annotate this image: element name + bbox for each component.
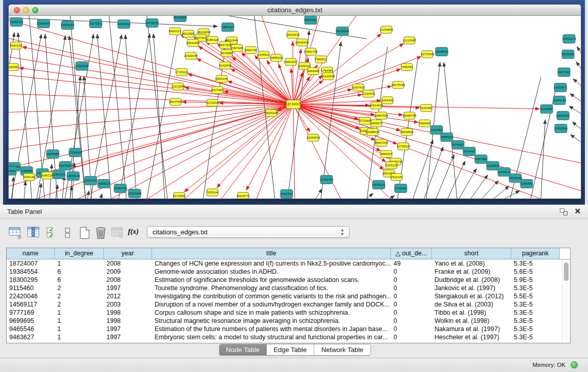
float-window-icon[interactable] <box>560 208 568 215</box>
graph-node-label: 18325419 <box>286 33 300 36</box>
table-cell: 5.3E-5 <box>511 259 560 268</box>
graph-node-label: 1733426 <box>395 187 407 190</box>
graph-edge <box>53 104 293 173</box>
table-cell: 5.3E-5 <box>511 300 560 309</box>
graph-node-label: 9242848 <box>219 64 231 67</box>
table-cell: 6 <box>55 268 104 276</box>
table-row[interactable]: 946362711997Embryonic stem cells: a mode… <box>7 333 570 341</box>
show-column-icon[interactable] <box>27 226 41 239</box>
table-row[interactable]: 977716911998Corpus callosum shape and si… <box>7 309 570 317</box>
table-row[interactable]: 911546021997Tourette syndrome. Phenomeno… <box>7 284 570 292</box>
close-panel-icon[interactable]: ✕ <box>574 207 581 216</box>
graph-node-label: 8660128 <box>10 44 22 47</box>
column-header-year[interactable]: year <box>104 248 152 259</box>
row-mode-icon[interactable] <box>62 226 77 239</box>
column-header-in_degree[interactable]: in_degree <box>55 248 104 259</box>
graph-node-label: 2260650 <box>9 65 19 69</box>
import-table-icon-disabled <box>111 226 125 239</box>
table-row[interactable]: 1456911722003Disruption of a novel membe… <box>7 300 570 309</box>
graph-edge <box>482 181 498 199</box>
graph-node-label: 12093872 <box>554 86 568 89</box>
graph-node-label: 16782759 <box>114 187 127 190</box>
table-options-icon[interactable]: ⚙ <box>8 226 23 239</box>
graph-node-label: 15885200 <box>270 56 284 59</box>
table-cell: 0 <box>391 292 432 300</box>
column-header-title[interactable]: title <box>152 248 391 259</box>
graph-node-label: 9245450 <box>520 182 533 185</box>
graph-edge <box>244 104 293 199</box>
graph-node-label: 24055724 <box>10 20 24 24</box>
tab-node-table[interactable]: Node Table <box>220 344 267 355</box>
table-cell: 1 <box>55 333 104 341</box>
table-row[interactable]: 2242004622012Investigating the contribut… <box>7 292 570 300</box>
table-cell: 9463627 <box>7 333 55 341</box>
table-row[interactable]: 946554611997Estimation of the future num… <box>7 325 570 333</box>
graph-node-label: 16543382 <box>186 41 200 45</box>
graph-node-label: 18226058 <box>197 31 211 34</box>
tab-network-table[interactable]: Network Table <box>314 344 371 355</box>
table-row[interactable]: 1872400712008Changes of HCN gene express… <box>7 259 570 268</box>
table-cell: Disruption of a novel member of a sodium… <box>152 300 391 309</box>
table-row[interactable]: 1938455462009Genome-wide association stu… <box>7 268 570 276</box>
graph-edge <box>119 34 150 199</box>
graph-node-label: 9466162 <box>118 23 130 26</box>
delete-column-icon[interactable] <box>94 226 108 239</box>
window-titlebar[interactable]: citations_edges.txt <box>9 5 581 16</box>
graph-node-label: 9357680 <box>475 158 487 161</box>
column-header-pagerank[interactable]: pagerank <box>511 248 560 259</box>
graph-node-label: 16033809 <box>173 16 187 19</box>
graph-node-label: 19384554 <box>307 136 320 139</box>
graph-edge <box>36 104 293 176</box>
table-cell: 1998 <box>104 317 152 325</box>
graph-edge <box>367 193 373 199</box>
table-cell: 1 <box>55 309 104 317</box>
function-builder-icon[interactable]: f(x) <box>128 228 139 236</box>
graph-node-label: 13505135 <box>67 174 80 178</box>
table-source-dropdown[interactable]: citations_edges.txt ▲▼ <box>147 226 350 238</box>
graph-edge <box>9 72 293 104</box>
table-panel-title: Table Panel <box>7 208 42 215</box>
graph-node-label: 8958923 <box>441 136 453 139</box>
graph-node-label: 7955812 <box>315 58 327 61</box>
graph-edge <box>9 104 293 113</box>
graph-node-label: 12213389 <box>171 85 185 88</box>
table-cell: 19384554 <box>7 268 55 276</box>
graph-node-label: 19654923 <box>400 130 414 134</box>
graph-edge <box>569 106 581 114</box>
table-vertical-scrollbar[interactable] <box>562 260 570 342</box>
graph-node-label: 1362615 <box>298 64 311 68</box>
table-cell: 5.6E-5 <box>511 268 560 276</box>
table-cell: Hescheler et al. (1997) <box>432 333 511 341</box>
graph-edge <box>444 62 457 199</box>
new-column-icon[interactable] <box>78 226 92 239</box>
table-row[interactable]: 969969511998Structural magnetic resonanc… <box>7 317 570 325</box>
graph-node-label: 11154808 <box>380 28 393 31</box>
table-body: 1872400712008Changes of HCN gene express… <box>7 259 570 341</box>
column-header-name[interactable]: name <box>7 248 55 259</box>
table-cell: 18724007 <box>7 259 55 268</box>
graph-edge <box>24 181 26 199</box>
graph-node-label: 2522144 <box>390 176 403 179</box>
graph-node-label: 3915931 <box>9 169 16 172</box>
graph-node-label: 18640910 <box>295 41 309 44</box>
table-cell: Changes of HCN gene expression and I(f) … <box>152 259 391 268</box>
select-columns-icon[interactable]: ✓✓ <box>45 226 59 239</box>
graph-node-label: 12044121 <box>497 170 511 173</box>
table-cell: de Silva et al. (2003) <box>432 300 511 309</box>
graph-node-label: 10230840 <box>486 164 500 167</box>
memory-ok-indicator[interactable] <box>571 361 578 368</box>
table-cell: 0 <box>391 268 432 276</box>
tab-edge-table[interactable]: Edge Table <box>267 344 314 355</box>
column-header-short[interactable]: short <box>432 248 511 259</box>
column-header-out_de[interactable]: △ out_de... <box>391 248 432 259</box>
table-cell: 2 <box>55 292 104 300</box>
graph-edge <box>125 35 137 199</box>
table-row[interactable]: 1830029562008Estimation of significance … <box>7 276 570 284</box>
graph-node-label: 9990448 <box>307 70 319 73</box>
graph-edge <box>436 155 454 199</box>
network-canvas[interactable]: 2405572430691406106532571527602194661621… <box>9 16 581 199</box>
scrollbar-thumb[interactable] <box>564 262 569 281</box>
graph-edge <box>142 104 293 199</box>
graph-node-label: 16648784 <box>435 50 449 53</box>
graph-node-label: 9884067 <box>380 152 393 156</box>
